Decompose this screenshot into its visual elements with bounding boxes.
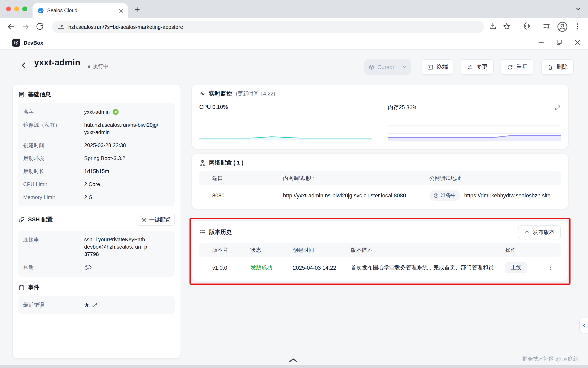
preparing-badge-label: 准备中 — [441, 192, 456, 199]
network-card: 网络配置 ( 1 ) 端口 内网调试地址 公网调试地址 8080 http://… — [192, 153, 569, 209]
col-port: 端口 — [206, 175, 283, 182]
tab-search-chevron-icon[interactable] — [575, 6, 582, 13]
upload-arrow-icon — [524, 230, 530, 235]
col-created: 创建时间 — [293, 247, 351, 254]
devbox-detail-page: yxxt-admin 执行中 Cursor 终端 变更 — [0, 50, 588, 368]
close-button[interactable] — [574, 39, 582, 47]
watermark: 掘金技术社区 @ 袁庭新 — [522, 355, 578, 363]
address-bar[interactable]: hzh.sealos.run/?s=bd-sealos-marketing-ap… — [52, 21, 484, 33]
monitor-pulse-icon — [199, 91, 206, 97]
basic-info-box: 名字 yxxt-admin 镜像源（私有） hub.hzh.sealos.run… — [18, 103, 175, 206]
monitor-header: 实时监控 (更新时间 14:22) — [199, 90, 561, 98]
forward-button[interactable] — [21, 22, 30, 31]
col-internal: 内网调试地址 — [283, 175, 429, 182]
info-row: 启动环境 Spring Boot-3.3.2 — [23, 152, 170, 165]
bookmark-star-icon[interactable] — [503, 22, 511, 31]
recent-error-expand-icon[interactable] — [92, 302, 97, 308]
info-row: CPU Limit 2 Core — [23, 178, 170, 191]
private-key-download-icon[interactable] — [84, 264, 92, 271]
restart-button[interactable]: 重启 — [501, 59, 534, 75]
edge-panel-toggle[interactable] — [579, 318, 588, 333]
cpu-chart: CPU 0.10% — [199, 104, 372, 141]
trash-icon — [547, 64, 553, 70]
public-address[interactable]: https://dmirkehhydtw.sealoshzh.site — [464, 192, 550, 198]
spring-boot-icon — [112, 109, 119, 115]
ide-cursor-button[interactable]: Cursor — [364, 59, 411, 75]
media-controls-icon[interactable] — [542, 22, 551, 31]
status-label: 执行中 — [93, 63, 109, 70]
ssh-config-header: SSH 配置 一键配置 — [18, 214, 175, 226]
browser-tab-strip: Sealos Cloud — [0, 0, 588, 18]
monitor-subtitle: (更新时间 14:22) — [236, 90, 275, 98]
info-row: 最近错误 无 — [23, 299, 170, 312]
site-info-icon[interactable] — [58, 24, 64, 30]
col-actions: 操作 — [505, 247, 554, 254]
tab-close-icon[interactable] — [118, 8, 124, 13]
one-click-config-button[interactable]: 一键配置 — [137, 214, 175, 226]
port-value: 8080 — [206, 192, 283, 198]
network-icon — [199, 160, 206, 166]
document-icon — [18, 91, 25, 98]
col-public: 公网调试地址 — [429, 175, 554, 182]
terminal-button[interactable]: 终端 — [422, 59, 453, 75]
page-back-button[interactable] — [19, 61, 29, 70]
restart-icon — [507, 64, 513, 70]
basic-info-header: 基础信息 — [18, 91, 175, 98]
devbox-window-bar: DevBox — [0, 36, 588, 50]
status-dot — [88, 65, 90, 68]
row-menu-icon[interactable] — [547, 264, 554, 271]
delete-button[interactable]: 删除 — [541, 59, 574, 75]
publish-version-button[interactable]: 发布版本 — [518, 225, 561, 239]
info-row: 启动时长 1d15h15m — [23, 165, 170, 178]
col-description: 版本描述 — [351, 247, 505, 254]
one-click-config-label: 一键配置 — [149, 216, 170, 223]
version-history-card: 版本历史 发布版本 版本号 状态 创建时间 版本描述 操作 v1.0.0 发版成… — [192, 220, 569, 282]
change-button[interactable]: 变更 — [461, 59, 494, 75]
ide-button-label: Cursor — [377, 64, 395, 70]
cpu-label: CPU 0.10% — [199, 104, 228, 110]
info-row: 镜像源（私有） hub.hzh.sealos.run/ns-biwi20jg/y… — [23, 119, 170, 139]
gear-icon — [141, 217, 147, 223]
publish-version-label: 发布版本 — [533, 229, 555, 236]
ide-dropdown-chevron-icon[interactable] — [402, 64, 407, 70]
preparing-badge[interactable]: 准备中 — [429, 190, 460, 201]
version-value: v1.0.0 — [206, 265, 251, 271]
url-text: hzh.sealos.run/?s=bd-sealos-marketing-ap… — [68, 24, 183, 30]
restart-button-label: 重启 — [516, 63, 528, 71]
list-icon — [199, 229, 206, 236]
recent-error-value: 无 — [84, 301, 89, 309]
monitor-expand-icon[interactable] — [555, 105, 561, 111]
window-title: DevBox — [24, 40, 43, 46]
network-table-header: 端口 内网调试地址 公网调试地址 — [199, 171, 561, 185]
version-header: 版本历史 — [199, 229, 232, 236]
browser-tab[interactable]: Sealos Cloud — [32, 3, 128, 18]
traffic-light-minimize[interactable] — [14, 7, 19, 11]
minimize-button[interactable] — [538, 39, 546, 47]
basic-info-title: 基础信息 — [28, 91, 51, 98]
browser-menu-icon[interactable] — [573, 22, 582, 31]
maximize-button[interactable] — [556, 39, 564, 47]
delete-button-label: 删除 — [557, 63, 568, 71]
change-button-label: 变更 — [476, 63, 488, 71]
extensions-icon[interactable] — [522, 22, 531, 31]
bottom-strip — [0, 365, 588, 368]
terminal-button-label: 终端 — [436, 63, 448, 71]
go-online-button[interactable]: 上线 — [505, 262, 527, 273]
info-row: Memory Limit 2 G — [23, 191, 170, 204]
reload-button[interactable] — [36, 22, 45, 31]
sealos-favicon — [38, 7, 44, 14]
back-button[interactable] — [7, 22, 15, 31]
memory-sparkline — [388, 115, 561, 141]
version-table-header: 版本号 状态 创建时间 版本描述 操作 — [199, 243, 561, 257]
profile-avatar[interactable] — [557, 21, 568, 32]
new-tab-button[interactable] — [133, 5, 142, 14]
ssh-info-box: 连接串 ssh -i yourPrivateKeyPath devbox@hzh… — [18, 231, 175, 277]
traffic-light-close[interactable] — [6, 7, 11, 11]
bottom-collapse-chevron[interactable] — [288, 358, 300, 364]
version-status: 发版成功 — [251, 264, 293, 271]
col-version: 版本号 — [206, 247, 251, 254]
install-app-icon[interactable] — [489, 22, 498, 31]
version-title: 版本历史 — [209, 229, 232, 236]
internal-address[interactable]: http://yxxt-admin.ns-biwi20jg.svc.cluste… — [283, 192, 429, 198]
traffic-light-zoom[interactable] — [22, 7, 27, 11]
